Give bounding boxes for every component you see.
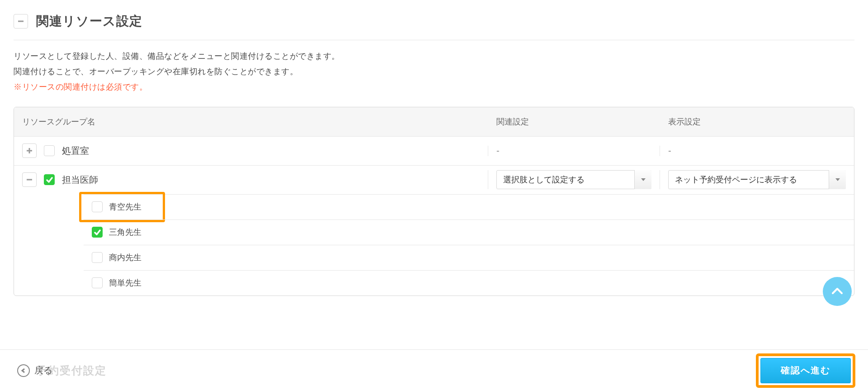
section-description: リソースとして登録した人、設備、備品などをメニューと関連付けることができます。 … [14, 40, 854, 107]
doctor-child-0-label: 青空先生 [109, 201, 142, 212]
row-room-related: - [496, 146, 500, 156]
doctor-child-0-checkbox[interactable] [92, 201, 103, 212]
doctor-child-1: 三角先生 [84, 219, 854, 245]
doctor-child-3-checkbox[interactable] [92, 277, 103, 288]
header-related: 関連設定 [496, 116, 529, 127]
desc-line-2: 関連付けることで、オーバーブッキングや在庫切れを防ぐことができます。 [14, 64, 854, 79]
row-doctor-related-value: 選択肢として設定する [503, 174, 585, 185]
doctor-children: 青空先生 三角先生 商内先生 簡単先生 [14, 194, 854, 296]
desc-line-1: リソースとして登録した人、設備、備品などをメニューと関連付けることができます。 [14, 48, 854, 64]
doctor-child-3: 簡単先生 [84, 270, 854, 296]
svg-marker-4 [641, 178, 646, 181]
row-doctor-display-value: ネット予約受付ページに表示する [675, 174, 797, 185]
caret-down-icon [835, 176, 841, 183]
back-label: 戻る [34, 364, 52, 368]
plus-icon [25, 147, 33, 155]
doctor-child-3-label: 簡単先生 [109, 277, 142, 288]
desc-required: ※リソースの関連付けは必須です。 [14, 79, 854, 95]
minus-icon [17, 17, 25, 25]
doctor-child-2: 商内先生 [84, 245, 854, 270]
back-button[interactable]: 戻る [17, 364, 52, 368]
svg-marker-5 [835, 178, 840, 181]
back-arrow-icon [17, 364, 30, 368]
section-header: 関連リソース設定 [14, 13, 854, 40]
proceed-label: 確認へ進む [781, 364, 830, 368]
resource-row-doctor: 担当医師 選択肢として設定する ネット予約受付ページに表示する [14, 165, 854, 194]
bottom-bar: 予約受付設定 戻る 確認へ進む [0, 349, 868, 368]
row-doctor-label: 担当医師 [62, 174, 98, 186]
doctor-child-2-label: 商内先生 [109, 252, 142, 263]
select-arrow-button[interactable] [634, 170, 651, 189]
row-doctor-checkbox[interactable] [44, 174, 55, 185]
row-room-label: 処置室 [62, 145, 89, 157]
caret-down-icon [640, 176, 646, 183]
header-display: 表示設定 [668, 116, 701, 127]
collapse-row-doctor-button[interactable] [22, 172, 37, 187]
row-doctor-display-select[interactable]: ネット予約受付ページに表示する [668, 170, 846, 189]
select-arrow-button[interactable] [829, 170, 846, 189]
doctor-child-1-label: 三角先生 [109, 227, 142, 238]
primary-wrap: 確認へ進む [760, 358, 851, 368]
doctor-child-1-checkbox[interactable] [92, 227, 103, 238]
row-room-display: - [668, 146, 671, 156]
row-room-checkbox[interactable] [44, 145, 55, 156]
section-title: 関連リソース設定 [36, 13, 142, 30]
minus-icon [25, 176, 33, 184]
table-header-row: リソースグループ名 関連設定 表示設定 [14, 107, 854, 136]
expand-row-room-button[interactable] [22, 143, 37, 158]
header-name: リソースグループ名 [22, 116, 95, 127]
doctor-child-0: 青空先生 [84, 194, 854, 219]
scroll-to-top-button[interactable] [823, 277, 852, 306]
proceed-button[interactable]: 確認へ進む [760, 358, 851, 368]
doctor-child-2-checkbox[interactable] [92, 252, 103, 263]
row-doctor-related-select[interactable]: 選択肢として設定する [496, 170, 651, 189]
resource-row-room: 処置室 - - [14, 136, 854, 165]
resource-table: リソースグループ名 関連設定 表示設定 処置室 [14, 107, 854, 296]
chevron-up-icon [831, 285, 844, 298]
collapse-section-button[interactable] [14, 14, 28, 29]
